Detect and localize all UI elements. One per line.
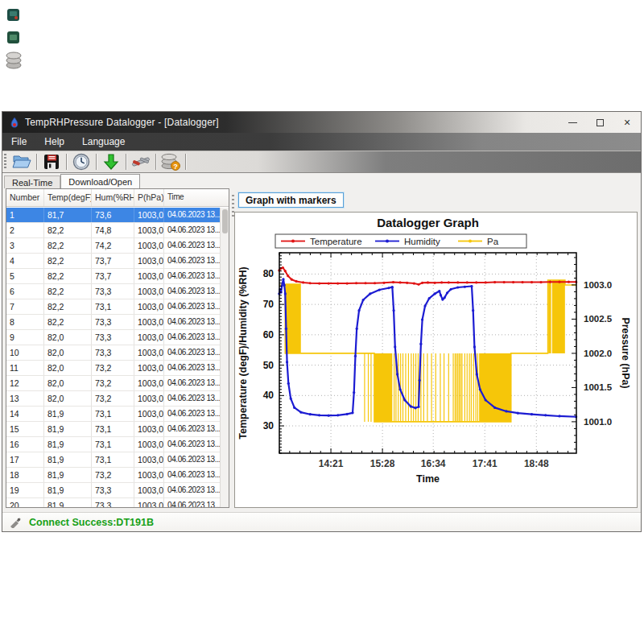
toolbar-separator [185,154,186,170]
connector-icon [9,516,21,528]
menu-item-file[interactable]: File [2,133,35,151]
table-cell: 1003,0 [134,468,164,482]
chart-text: 1002.0 [584,349,612,358]
scrollbar-thumb[interactable] [222,209,228,233]
table-row[interactable]: 282,274,81003,004.06.2023 13... [6,223,229,238]
table-cell: 82,0 [44,345,92,360]
table-row[interactable]: 1182,073,21003,004.06.2023 13... [6,361,229,376]
chart-text: 40 [263,390,275,401]
download-data-button[interactable] [100,151,122,172]
toolbar-separator [155,154,156,170]
toolbar-separator [36,154,37,170]
table-row[interactable]: 482,273,71003,004.06.2023 13... [6,254,229,269]
device-info-button[interactable]: ? [159,151,182,172]
chart-text: 50 [263,360,275,371]
table-row[interactable]: 582,273,71003,004.06.2023 13... [6,269,229,284]
table-cell: 4 [6,254,44,268]
table-row[interactable]: 1481,973,11003,004.06.2023 13... [6,407,229,422]
toolbar-grip[interactable] [4,154,6,170]
table-cell: 14 [6,407,44,421]
app-icon [9,117,20,128]
status-message: Connect Success:DT191B [29,517,154,528]
column-header-1[interactable]: Temp(degF) [44,189,92,206]
datalogger-chart: Datalogger Graph3040506070801001.01001.5… [235,213,637,507]
menu-item-help[interactable]: Help [35,133,73,151]
table-cell: 82,0 [44,361,92,375]
table-cell: 04.06.2023 13... [164,376,220,390]
disk-stack-icon [6,51,22,69]
table-row[interactable]: 1981,973,31003,004.06.2023 13... [6,483,229,498]
table-cell: 1003,0 [134,208,164,222]
table-cell: 7 [6,299,44,314]
menu-item-language[interactable]: Language [73,133,134,151]
teal-app-icon [7,9,19,21]
table-cell: 81,9 [44,422,92,436]
table-cell: 04.06.2023 13... [164,223,220,237]
app-shortcut-icon-1[interactable] [7,9,19,24]
table-row[interactable]: 1781,973,11003,004.06.2023 13... [6,452,229,468]
table-scrollbar[interactable] [220,208,229,507]
column-header-0[interactable]: Number [6,189,44,206]
column-header-3[interactable]: P(hPa) [134,189,164,206]
table-cell: 8 [6,315,44,329]
tab-download-open[interactable]: Download/Open [60,174,140,188]
maximize-button[interactable] [586,112,613,133]
table-row[interactable]: 181,773,61003,004.06.2023 13... [6,208,229,223]
table-cell: 1003,0 [134,299,164,314]
table-row[interactable]: 1082,073,31003,004.06.2023 13... [6,345,229,361]
table-cell: 82,0 [44,376,92,390]
table-cell: 1003,0 [134,483,164,497]
chart-text: 60 [263,329,275,341]
table-cell: 1 [6,208,44,222]
green-app-icon [7,31,19,43]
table-cell: 2 [6,223,44,237]
table-cell: 73,7 [92,269,134,283]
table-cell: 04.06.2023 13... [164,468,220,482]
table-cell: 73,3 [92,330,134,345]
minimize-button[interactable] [559,112,586,133]
table-row[interactable]: 382,274,21003,004.06.2023 13... [6,238,229,254]
table-body: 181,773,61003,004.06.2023 13...282,274,8… [6,208,229,507]
table-row[interactable]: 782,273,11003,004.06.2023 13... [6,299,229,315]
tab-strip: Real-TimeDownload/Open [4,174,140,188]
table-cell: 81,9 [44,452,92,467]
table-cell: 1003,0 [134,361,164,375]
table-cell: 04.06.2023 13... [164,345,220,360]
chart-text: Temperature [310,237,362,246]
table-row[interactable]: 1382,073,21003,004.06.2023 13... [6,391,229,407]
table-cell: 04.06.2023 13... [164,391,220,406]
settings-button[interactable] [130,151,152,172]
table-row[interactable]: 1282,073,21003,004.06.2023 13... [6,376,229,391]
table-cell: 1003,0 [134,422,164,436]
app-shortcut-icon-2[interactable] [7,31,19,47]
chart-text: 1001.5 [584,382,613,392]
table-cell: 15 [6,422,44,436]
table-cell: 19 [6,483,44,497]
time-sync-button[interactable] [70,151,93,172]
table-row[interactable]: 882,273,31003,004.06.2023 13... [6,315,229,330]
close-button[interactable]: × [613,112,641,133]
chart-text: 80 [263,268,275,279]
table-cell: 17 [6,452,44,467]
table-row[interactable]: 1881,973,21003,004.06.2023 13... [6,468,229,483]
table-row[interactable]: 682,273,31003,004.06.2023 13... [6,284,229,299]
chart-text: 17:41 [473,458,497,469]
open-file-button[interactable] [10,151,33,172]
menu-bar: FileHelpLanguage [2,133,641,151]
table-cell: 73,1 [92,299,134,314]
save-button[interactable] [40,151,63,172]
column-header-2[interactable]: Hum(%RH) [92,189,134,206]
table-cell: 18 [6,468,44,482]
table-row[interactable]: 1681,973,11003,004.06.2023 13... [6,437,229,452]
table-row[interactable]: 2081,973,31003,004.06.2023 13... [6,498,229,507]
table-row[interactable]: 982,073,31003,004.06.2023 13... [6,330,229,345]
table-cell: 04.06.2023 13... [164,208,220,222]
table-row[interactable]: 1581,973,11003,004.06.2023 13... [6,422,229,437]
tab-real-time[interactable]: Real-Time [4,175,60,188]
column-header-4[interactable]: Time [164,189,220,206]
disk-stack-icon-shortcut[interactable] [6,51,22,72]
table-cell: 73,3 [92,315,134,329]
graph-with-markers-button[interactable]: Graph with markers [238,192,344,208]
table-cell: 73,2 [92,468,134,482]
chart-text: 1001.0 [584,417,612,427]
